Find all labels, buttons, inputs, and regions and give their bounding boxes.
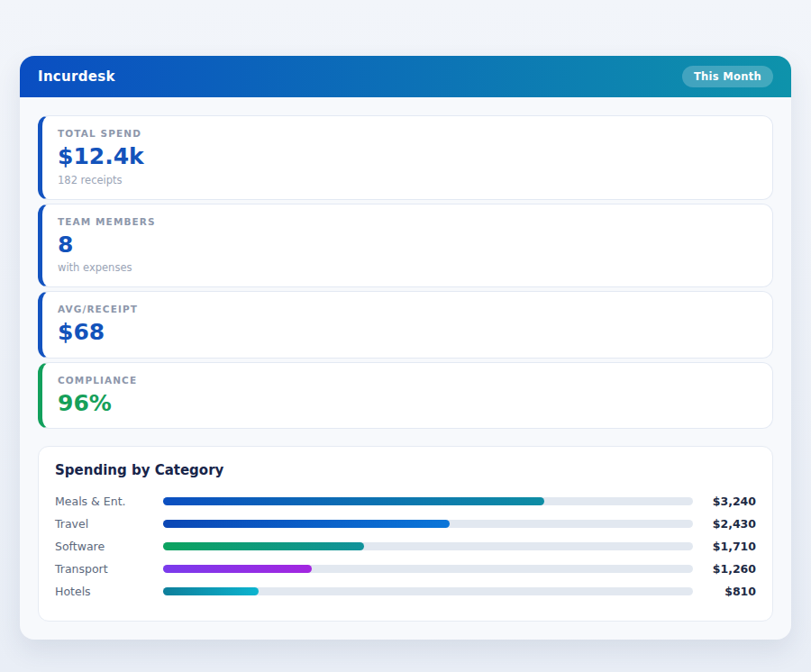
category-value: $810 — [700, 585, 756, 598]
chart-row-travel: Travel $2,430 — [55, 513, 756, 535]
category-value: $2,430 — [700, 517, 756, 531]
chart-row-hotels: Hotels $810 — [55, 580, 756, 603]
chart-row-software: Software $1,710 — [55, 535, 756, 558]
stat-subtext: with expenses — [58, 261, 757, 274]
bar-track — [163, 565, 693, 573]
category-label: Software — [55, 540, 163, 553]
bar-fill — [163, 520, 450, 528]
chart-row-transport: Transport $1,260 — [55, 558, 756, 580]
app-content: TOTAL SPEND $12.4k 182 receipts TEAM MEM… — [20, 97, 791, 640]
category-label: Travel — [55, 517, 163, 531]
chart-row-meals: Meals & Ent. $3,240 — [55, 490, 756, 513]
bar-track — [163, 497, 693, 505]
bar-track — [163, 542, 693, 550]
app-header: Incurdesk This Month — [20, 56, 791, 97]
stat-card-total-spend: TOTAL SPEND $12.4k 182 receipts — [38, 115, 773, 200]
category-value: $3,240 — [700, 495, 756, 508]
stat-value: $12.4k — [58, 144, 757, 169]
category-label: Hotels — [55, 585, 163, 598]
stat-value: $68 — [58, 320, 757, 345]
bar-fill — [163, 497, 544, 505]
bar-fill — [163, 565, 312, 573]
bar-fill — [163, 587, 259, 595]
stat-value: 8 — [58, 232, 757, 258]
period-badge[interactable]: This Month — [682, 66, 773, 87]
spending-by-category-chart: Spending by Category Meals & Ent. $3,240… — [38, 446, 773, 622]
stat-subtext: 182 receipts — [58, 174, 757, 186]
category-value: $1,260 — [700, 562, 756, 576]
category-label: Transport — [55, 562, 163, 576]
category-label: Meals & Ent. — [55, 495, 163, 508]
stat-label: TOTAL SPEND — [58, 128, 757, 139]
stat-card-avg-receipt: AVG/RECEIPT $68 — [38, 291, 773, 359]
stat-label: AVG/RECEIPT — [58, 304, 757, 314]
stat-label: TEAM MEMBERS — [58, 216, 757, 227]
incurdesk-app-card: Incurdesk This Month TOTAL SPEND $12.4k … — [20, 56, 791, 640]
bar-track — [163, 587, 693, 595]
app-title: Incurdesk — [38, 68, 115, 85]
chart-title: Spending by Category — [55, 462, 756, 478]
stat-card-compliance: COMPLIANCE 96% — [38, 362, 773, 430]
category-value: $1,710 — [700, 540, 756, 553]
stat-value: 96% — [58, 391, 757, 416]
stat-card-team-members: TEAM MEMBERS 8 with expenses — [38, 204, 773, 288]
stat-label: COMPLIANCE — [58, 375, 757, 386]
bar-fill — [163, 542, 364, 550]
bar-track — [163, 520, 693, 528]
